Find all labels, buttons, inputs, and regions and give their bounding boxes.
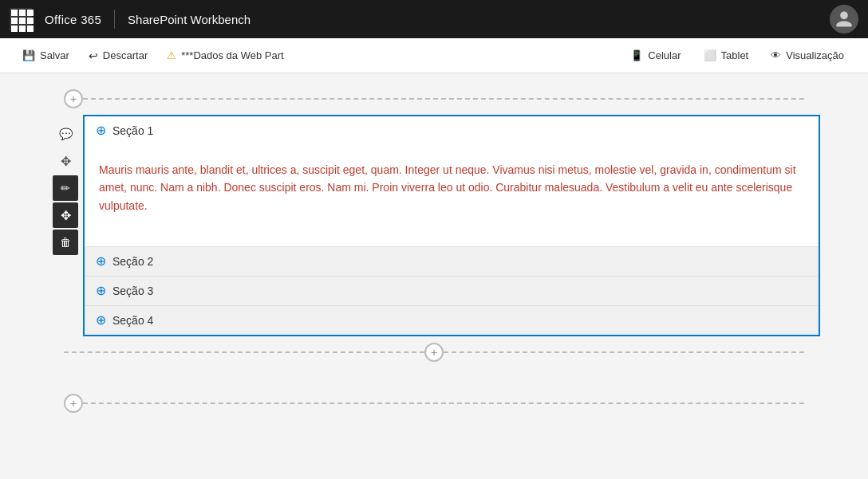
discard-button[interactable]: Descartar xyxy=(79,38,157,73)
edit-button[interactable]: ✏ xyxy=(53,175,78,201)
section4-label: Seção 4 xyxy=(112,314,153,327)
section1-text: Mauris mauris ante, blandit et, ultrices… xyxy=(99,161,804,214)
top-bar: Office 365 SharePoint Workbench xyxy=(0,0,868,38)
add-row-line-mid-right xyxy=(444,351,804,353)
edit-icon: ✏ xyxy=(61,182,70,194)
accordion-header-3[interactable]: ⊕ Seção 3 xyxy=(85,277,819,305)
add-section-mid-button[interactable]: + xyxy=(424,343,444,362)
webpart-data-label: ***Dados da Web Part xyxy=(181,49,283,61)
tablet-icon xyxy=(704,49,716,61)
section1-expand-icon: ⊕ xyxy=(96,124,106,137)
accordion-header-1[interactable]: ⊕ Seção 1 xyxy=(85,116,819,145)
drag-button[interactable]: ✥ xyxy=(53,202,78,228)
accordion-header-2[interactable]: ⊕ Seção 2 xyxy=(85,247,819,276)
toolbar-right: Celular Tablet Visualização xyxy=(619,38,855,73)
save-button[interactable]: Salvar xyxy=(13,38,79,73)
section1-label: Seção 1 xyxy=(112,124,153,137)
preview-icon xyxy=(771,49,781,61)
mobile-label: Celular xyxy=(648,49,681,61)
side-panel: 💬 ✥ ✏ ✥ 🗑 xyxy=(48,115,83,336)
plus-icon-bottom: + xyxy=(70,397,77,410)
accordion-section-2: ⊕ Seção 2 xyxy=(85,247,819,277)
warn-icon xyxy=(167,49,176,61)
comment-icon: 💬 xyxy=(59,128,73,140)
top-bar-divider xyxy=(114,10,115,29)
discard-icon xyxy=(89,49,98,62)
preview-label: Visualização xyxy=(786,49,844,61)
section3-expand-icon: ⊕ xyxy=(96,285,106,297)
delete-button[interactable]: 🗑 xyxy=(53,230,78,255)
add-section-top-button[interactable]: + xyxy=(64,89,83,108)
toolbar: Salvar Descartar ***Dados da Web Part Ce… xyxy=(0,38,868,73)
plus-icon-mid: + xyxy=(431,346,437,359)
main-content: + 💬 ✥ ✏ ✥ 🗑 xyxy=(0,73,868,479)
accordion-section-4: ⊕ Seção 4 xyxy=(85,306,819,335)
tablet-label: Tablet xyxy=(721,49,749,61)
accordion-section-3: ⊕ Seção 3 xyxy=(85,277,819,306)
section2-label: Seção 2 xyxy=(112,255,153,268)
webpart-wrapper: 💬 ✥ ✏ ✥ 🗑 ⊕ Seção 1 xyxy=(48,115,820,336)
webpart-content: ⊕ Seção 1 Mauris mauris ante, blandit et… xyxy=(83,115,820,336)
tablet-button[interactable]: Tablet xyxy=(692,38,760,73)
add-row-bottom: + xyxy=(64,394,804,413)
add-section-bottom-button[interactable]: + xyxy=(64,394,83,413)
webpart-data-button[interactable]: ***Dados da Web Part xyxy=(157,38,293,73)
discard-label: Descartar xyxy=(103,49,148,61)
plus-icon-top: + xyxy=(70,92,77,105)
mobile-button[interactable]: Celular xyxy=(619,38,692,73)
bottom-spacer xyxy=(0,362,868,394)
add-row-mid: + xyxy=(64,343,804,362)
drag-icon: ✥ xyxy=(61,208,71,223)
add-row-line-top xyxy=(83,98,804,100)
accordion-section-1: ⊕ Seção 1 Mauris mauris ante, blandit et… xyxy=(85,116,819,247)
delete-icon: 🗑 xyxy=(60,236,71,249)
move-button[interactable]: ✥ xyxy=(53,148,78,174)
move-icon: ✥ xyxy=(61,154,71,169)
preview-button[interactable]: Visualização xyxy=(760,38,855,73)
app-name: SharePoint Workbench xyxy=(128,13,251,26)
section4-expand-icon: ⊕ xyxy=(96,314,106,327)
save-icon xyxy=(22,49,35,61)
section3-label: Seção 3 xyxy=(112,285,153,297)
mobile-icon xyxy=(630,49,643,61)
office365-title: Office 365 xyxy=(45,13,101,26)
save-label: Salvar xyxy=(40,49,69,61)
app-launcher-icon[interactable] xyxy=(10,8,32,30)
accordion-body-1: Mauris mauris ante, blandit et, ultrices… xyxy=(85,145,819,246)
section2-expand-icon: ⊕ xyxy=(96,255,106,268)
avatar[interactable] xyxy=(830,5,858,33)
add-row-top: + xyxy=(64,89,804,108)
accordion-header-4[interactable]: ⊕ Seção 4 xyxy=(85,306,819,335)
add-row-line-bottom xyxy=(83,402,804,404)
user-icon xyxy=(834,10,854,29)
comment-button[interactable]: 💬 xyxy=(53,121,78,147)
add-row-line-mid-left xyxy=(64,351,424,353)
